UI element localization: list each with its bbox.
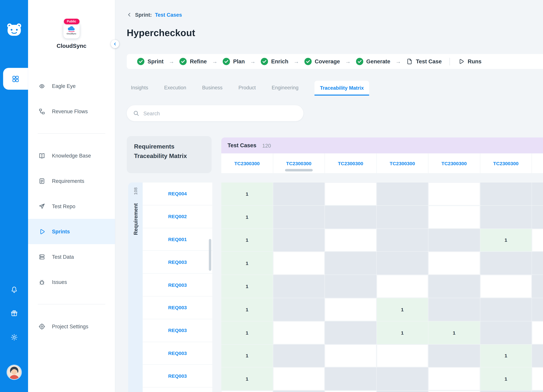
- matrix-cell[interactable]: [428, 344, 480, 367]
- step-coverage[interactable]: Coverage: [304, 58, 340, 65]
- matrix-cell[interactable]: [273, 368, 324, 390]
- matrix-cell[interactable]: 1: [480, 344, 532, 367]
- matrix-cell[interactable]: 1: [221, 298, 273, 321]
- matrix-cell[interactable]: [532, 275, 543, 298]
- rail-item-dashboard[interactable]: [3, 68, 28, 90]
- matrix-cell[interactable]: [377, 252, 428, 274]
- matrix-cell[interactable]: [428, 206, 480, 228]
- matrix-cell[interactable]: [273, 321, 324, 344]
- back-chevron-icon[interactable]: [127, 12, 132, 17]
- tab-insights[interactable]: Insights: [131, 85, 148, 95]
- matrix-cell[interactable]: [532, 229, 543, 252]
- matrix-cell[interactable]: [273, 252, 324, 274]
- matrix-cell[interactable]: 1: [221, 275, 273, 298]
- matrix-cell[interactable]: [221, 391, 273, 392]
- row-header-8[interactable]: REQ003: [143, 342, 212, 365]
- matrix-cell[interactable]: [325, 229, 376, 252]
- matrix-cell[interactable]: [273, 229, 324, 252]
- sidebar-item-eagle-eye[interactable]: Eagle Eye: [28, 73, 115, 99]
- column-header-5[interactable]: TC2300300: [428, 153, 480, 173]
- step-runs[interactable]: Runs: [458, 58, 481, 65]
- matrix-cell[interactable]: [325, 252, 376, 274]
- matrix-cell[interactable]: [428, 275, 480, 298]
- matrix-cell[interactable]: [532, 298, 543, 321]
- row-header-6[interactable]: REQ003: [143, 297, 212, 319]
- matrix-cell[interactable]: [480, 275, 532, 298]
- workspace-logo[interactable]: Public CloudSync: [63, 22, 79, 38]
- sidebar-item-revenue-flows[interactable]: Revenue Flows: [28, 99, 115, 124]
- breadcrumb-link[interactable]: Test Cases: [155, 12, 182, 18]
- matrix-cell[interactable]: [532, 252, 543, 274]
- sidebar-item-issues[interactable]: Issues: [28, 269, 115, 295]
- matrix-cell[interactable]: [325, 298, 376, 321]
- step-refine[interactable]: Refine: [179, 58, 207, 65]
- matrix-cell[interactable]: [325, 183, 376, 205]
- step-sprint[interactable]: Sprint: [137, 58, 164, 65]
- column-header-2[interactable]: TC2300300: [273, 153, 325, 173]
- matrix-cell[interactable]: 1: [221, 206, 273, 228]
- matrix-cell[interactable]: [325, 368, 376, 390]
- matrix-cell[interactable]: 1: [221, 229, 273, 252]
- tab-product[interactable]: Product: [238, 85, 256, 95]
- matrix-cell[interactable]: [377, 206, 428, 228]
- matrix-cell[interactable]: [532, 344, 543, 367]
- matrix-cell[interactable]: [273, 391, 324, 392]
- matrix-cell[interactable]: 1: [221, 344, 273, 367]
- user-avatar[interactable]: [7, 365, 21, 379]
- matrix-cell[interactable]: [273, 344, 324, 367]
- matrix-cell[interactable]: [325, 321, 376, 344]
- matrix-cell[interactable]: 1: [221, 321, 273, 344]
- row-header-1[interactable]: REQ004: [143, 183, 212, 205]
- row-header-3[interactable]: REQ001: [143, 228, 212, 251]
- matrix-cell[interactable]: [377, 368, 428, 390]
- matrix-cell[interactable]: [532, 321, 543, 344]
- matrix-cell[interactable]: [325, 206, 376, 228]
- matrix-cell[interactable]: [377, 344, 428, 367]
- tab-traceability-matrix[interactable]: Traceability Matrix: [314, 81, 369, 95]
- matrix-cell[interactable]: [325, 391, 376, 392]
- matrix-cell[interactable]: [273, 275, 324, 298]
- notifications-button[interactable]: [10, 286, 18, 293]
- step-plan[interactable]: Plan: [223, 58, 245, 65]
- sidebar-item-project-settings[interactable]: Project Settings: [28, 314, 115, 339]
- row-header-2[interactable]: REQ002: [143, 205, 212, 228]
- matrix-cell[interactable]: [480, 206, 532, 228]
- gift-button[interactable]: [10, 310, 18, 317]
- row-header-4[interactable]: REQ003: [143, 251, 212, 274]
- matrix-cell[interactable]: 1: [377, 298, 428, 321]
- row-header-5[interactable]: REQ003: [143, 274, 212, 297]
- matrix-cell[interactable]: [377, 391, 428, 392]
- matrix-cell[interactable]: [273, 183, 324, 205]
- row-header-9[interactable]: REQ003: [143, 365, 212, 387]
- matrix-cell[interactable]: 1: [221, 183, 273, 205]
- matrix-cell[interactable]: [428, 252, 480, 274]
- matrix-cell[interactable]: [480, 252, 532, 274]
- matrix-cell[interactable]: [532, 391, 543, 392]
- matrix-cell[interactable]: [480, 391, 532, 392]
- matrix-cell[interactable]: [325, 275, 376, 298]
- matrix-cell[interactable]: [480, 183, 532, 205]
- step-generate[interactable]: Generate: [356, 58, 390, 65]
- matrix-cell[interactable]: [273, 206, 324, 228]
- row-header-7[interactable]: REQ003: [143, 319, 212, 342]
- vertical-scrollbar-thumb[interactable]: [209, 239, 211, 271]
- matrix-cell[interactable]: [532, 206, 543, 228]
- column-header-4[interactable]: TC2300300: [377, 153, 428, 173]
- matrix-cell[interactable]: 1: [221, 368, 273, 390]
- matrix-cell[interactable]: 1: [480, 368, 532, 390]
- column-header-1[interactable]: TC2300300: [221, 153, 273, 173]
- matrix-cell[interactable]: [532, 183, 543, 205]
- matrix-cell[interactable]: [428, 229, 480, 252]
- matrix-cell[interactable]: 1: [480, 229, 532, 252]
- matrix-cell[interactable]: [377, 183, 428, 205]
- sidebar-item-sprints[interactable]: Sprints: [28, 219, 115, 244]
- matrix-cell[interactable]: 1: [428, 321, 480, 344]
- sidebar-item-test-repo[interactable]: Test Repo: [28, 194, 115, 219]
- column-header-7[interactable]: [532, 153, 543, 173]
- tab-execution[interactable]: Execution: [164, 85, 186, 95]
- matrix-cell[interactable]: [428, 298, 480, 321]
- matrix-cell[interactable]: 1: [377, 321, 428, 344]
- tab-business[interactable]: Business: [202, 85, 223, 95]
- sidebar-collapse-button[interactable]: [111, 40, 119, 48]
- matrix-cell[interactable]: [532, 368, 543, 390]
